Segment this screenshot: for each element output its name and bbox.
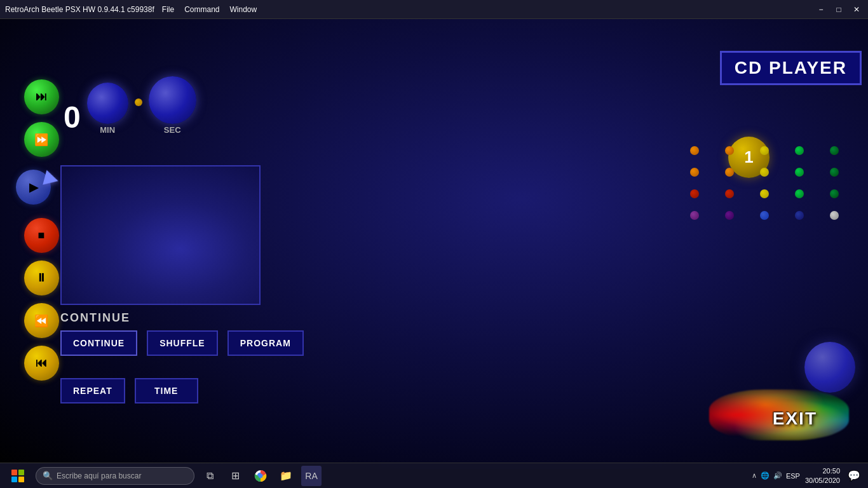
time-separator-dot	[135, 98, 142, 106]
continue-button[interactable]: CONTINUE	[60, 330, 137, 356]
track-dot-18[interactable]	[760, 211, 769, 220]
track-dot-14[interactable]	[795, 189, 804, 198]
track-dot-2[interactable]	[725, 146, 734, 155]
track-dot-16[interactable]	[690, 211, 699, 220]
exit-button[interactable]: EXIT	[773, 409, 817, 429]
menu-window[interactable]: Window	[230, 5, 257, 14]
taskbar-left: 🔍 Escribe aquí para buscar ⧉ ⊞ 📁 RA	[5, 466, 322, 486]
track-dot-8[interactable]	[760, 168, 769, 177]
menu-command[interactable]: Command	[184, 5, 219, 14]
cd-player-title: CD PLAYER	[720, 51, 862, 85]
shuffle-button[interactable]: SHUFFLE	[147, 330, 218, 356]
track-dot-15[interactable]	[830, 189, 839, 198]
app-title: RetroArch Beetle PSX HW 0.9.44.1 c59938f	[5, 5, 154, 14]
track-dot-1[interactable]	[690, 146, 699, 155]
skip-forward-icon: ⏭	[36, 90, 47, 104]
titlebar-left: RetroArch Beetle PSX HW 0.9.44.1 c59938f…	[5, 5, 257, 14]
taskbar-right: ∧ 🌐 🔊 ESP 20:50 30/05/2020 💬	[752, 466, 863, 485]
play-area: ▶	[16, 168, 67, 207]
titlebar-controls: − □ ✕	[815, 3, 863, 16]
chrome-icon[interactable]	[250, 466, 271, 486]
stop-icon: ■	[38, 229, 45, 242]
track-dot-3[interactable]	[760, 146, 769, 155]
track-dot-4[interactable]	[795, 146, 804, 155]
seconds-ball	[149, 76, 196, 124]
fast-forward-button[interactable]: ⏩	[24, 122, 59, 157]
control-buttons-row2: REPEAT TIME	[60, 378, 198, 403]
tray-chevron[interactable]: ∧	[752, 471, 757, 480]
track-dot-20[interactable]	[830, 211, 839, 220]
skip-forward-button[interactable]: ⏭	[24, 79, 59, 114]
pause-button[interactable]: ⏸	[24, 261, 59, 295]
task-view-button[interactable]: ⧉	[200, 466, 220, 486]
track-dots-grid	[690, 146, 849, 220]
menu-file[interactable]: File	[162, 5, 174, 14]
fast-forward-icon: ⏩	[34, 133, 48, 147]
left-controls: ⏭ ⏩ ▶ ■ ⏸ ⏪ ⏮	[16, 79, 67, 381]
network-icon: 🌐	[761, 471, 770, 480]
track-dot-11[interactable]	[690, 189, 699, 198]
search-placeholder: Escribe aquí para buscar	[57, 471, 141, 480]
menubar: File Command Window	[162, 5, 257, 14]
minimize-button[interactable]: −	[815, 3, 827, 16]
control-buttons-row1: CONTINUE SHUFFLE PROGRAM	[60, 330, 304, 356]
language-indicator: ESP	[786, 472, 800, 480]
system-clock[interactable]: 20:50 30/05/2020	[805, 466, 840, 485]
sec-label: SEC	[164, 125, 181, 135]
start-button[interactable]	[5, 466, 31, 486]
titlebar: RetroArch Beetle PSX HW 0.9.44.1 c59938f…	[0, 0, 868, 19]
main-area: ⏭ ⏩ ▶ ■ ⏸ ⏪ ⏮ CD PLAYER 0	[0, 19, 868, 469]
track-dot-7[interactable]	[725, 168, 734, 177]
track-dot-10[interactable]	[830, 168, 839, 177]
search-bar[interactable]: 🔍 Escribe aquí para buscar	[36, 467, 194, 485]
pause-icon: ⏸	[36, 271, 47, 285]
file-explorer-icon[interactable]: 📁	[276, 466, 296, 486]
program-button[interactable]: PROGRAM	[227, 330, 304, 356]
minutes-value: 0	[64, 100, 81, 135]
minutes-ball	[87, 83, 128, 124]
track-dot-19[interactable]	[795, 211, 804, 220]
retroarch-icon[interactable]: RA	[301, 466, 322, 486]
min-label: MIN	[100, 125, 115, 135]
time-button[interactable]: TIME	[135, 378, 198, 403]
apps-button[interactable]: ⊞	[225, 466, 245, 486]
skip-back-button[interactable]: ⏮	[24, 346, 59, 381]
svg-point-2	[259, 474, 262, 478]
clock-time: 20:50	[805, 466, 840, 475]
clock-date: 30/05/2020	[805, 476, 840, 485]
volume-icon[interactable]: 🔊	[773, 471, 782, 480]
taskbar: 🔍 Escribe aquí para buscar ⧉ ⊞ 📁 RA ∧ 🌐 …	[0, 463, 868, 488]
track-dot-17[interactable]	[725, 211, 734, 220]
close-button[interactable]: ✕	[850, 3, 863, 16]
video-display	[60, 165, 261, 305]
rewind-button[interactable]: ⏪	[24, 303, 59, 338]
play-pointer-icon	[43, 170, 60, 189]
maximize-button[interactable]: □	[832, 3, 845, 16]
rewind-icon: ⏪	[34, 314, 48, 328]
time-display: 0 MIN SEC	[64, 76, 196, 135]
track-dot-6[interactable]	[690, 168, 699, 177]
track-dot-13[interactable]	[760, 189, 769, 198]
search-icon: 🔍	[43, 471, 53, 480]
track-dot-12[interactable]	[725, 189, 734, 198]
skip-back-icon: ⏮	[36, 356, 47, 370]
track-dot-9[interactable]	[795, 168, 804, 177]
system-tray: ∧ 🌐 🔊 ESP	[752, 471, 800, 480]
display-label: CONTINUE	[60, 311, 130, 325]
repeat-button[interactable]: REPEAT	[60, 378, 125, 403]
play-icon: ▶	[29, 180, 38, 194]
stop-button[interactable]: ■	[24, 218, 59, 253]
windows-logo-icon	[11, 470, 24, 482]
notification-button[interactable]: 💬	[845, 467, 863, 485]
track-dot-5[interactable]	[830, 146, 839, 155]
decorative-ball	[804, 342, 855, 393]
